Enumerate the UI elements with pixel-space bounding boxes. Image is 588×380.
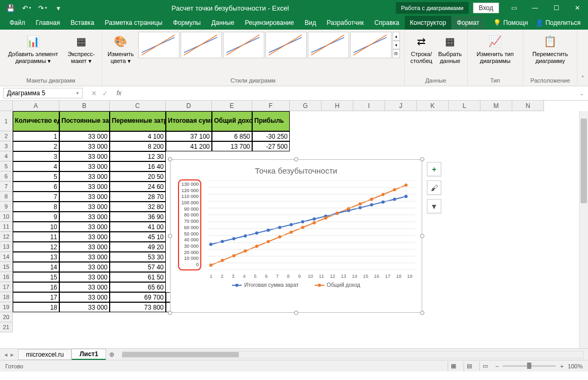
data-cell[interactable]: 33 000: [59, 302, 110, 312]
header-cell[interactable]: Количество ед. товара: [13, 111, 59, 131]
data-cell[interactable]: 10: [13, 222, 59, 232]
login-button[interactable]: Вход: [473, 3, 499, 13]
row-header[interactable]: 4: [0, 151, 13, 161]
page-layout-view-icon[interactable]: ▤: [464, 361, 475, 371]
sheet-tab-2[interactable]: Лист1: [72, 349, 106, 360]
data-cell[interactable]: 8: [13, 202, 59, 212]
chart-legend[interactable]: Итоговая сумма зарат Общий доход: [171, 279, 422, 288]
data-cell[interactable]: 15: [13, 272, 59, 282]
row-header[interactable]: 3: [0, 141, 13, 151]
data-cell[interactable]: 3: [13, 151, 59, 161]
chart-style-1[interactable]: [138, 32, 180, 58]
data-cell[interactable]: 73 800: [110, 302, 166, 312]
scroll-thumb[interactable]: [122, 352, 239, 357]
gallery-down-icon[interactable]: ▾: [393, 41, 400, 50]
data-cell[interactable]: 61 50: [110, 272, 166, 282]
data-cell[interactable]: 12: [13, 242, 59, 252]
add-chart-element-button[interactable]: 📊 Добавить элемент диаграммы ▾: [4, 32, 62, 66]
row-header[interactable]: 17: [0, 282, 13, 292]
minimize-icon[interactable]: ―: [524, 0, 546, 16]
fx-icon[interactable]: fx: [113, 89, 124, 97]
header-cell[interactable]: Постоянные затраты: [59, 111, 110, 131]
data-cell[interactable]: 13 700: [212, 141, 252, 151]
col-header[interactable]: E: [212, 101, 252, 111]
page-break-view-icon[interactable]: ▭: [479, 361, 491, 371]
data-cell[interactable]: 9: [13, 212, 59, 222]
col-header[interactable]: F: [252, 101, 290, 111]
tab-help[interactable]: Справка: [369, 16, 405, 30]
data-cell[interactable]: 28 70: [110, 192, 166, 202]
normal-view-icon[interactable]: ▦: [448, 361, 459, 371]
chart-style-3[interactable]: [223, 32, 264, 58]
zoom-out-icon[interactable]: −: [495, 363, 498, 369]
data-cell[interactable]: 20 50: [110, 171, 166, 182]
data-cell[interactable]: 69 700: [110, 292, 166, 302]
data-cell[interactable]: 4: [13, 161, 59, 171]
data-cell[interactable]: 45 10: [110, 232, 166, 242]
data-cell[interactable]: 24 60: [110, 182, 166, 192]
tab-developer[interactable]: Разработчик: [322, 16, 369, 30]
chart-style-2[interactable]: [181, 32, 222, 58]
save-icon[interactable]: 💾: [4, 2, 17, 14]
chart-elements-button[interactable]: +: [427, 162, 441, 176]
data-cell[interactable]: 33 000: [59, 252, 110, 262]
row-header[interactable]: 9: [0, 202, 13, 212]
zoom-slider[interactable]: [503, 365, 556, 367]
data-cell[interactable]: 33 000: [59, 171, 110, 182]
share-button[interactable]: 👤 Поделиться: [536, 19, 581, 26]
data-cell[interactable]: 16 40: [110, 161, 166, 171]
data-cell[interactable]: 12 30: [110, 151, 166, 161]
col-header[interactable]: A: [13, 101, 59, 111]
header-cell[interactable]: Итоговая сумма зарат: [166, 111, 212, 131]
move-chart-button[interactable]: 📋 Переместить диаграмму: [528, 32, 573, 66]
row-header[interactable]: 2: [0, 131, 13, 141]
chart-styles-button[interactable]: 🖌: [427, 180, 441, 195]
tab-insert[interactable]: Вставка: [65, 16, 100, 30]
tab-page-layout[interactable]: Разметка страницы: [100, 16, 168, 30]
confirm-formula-icon[interactable]: ✓: [102, 89, 108, 97]
tab-design[interactable]: Конструктор: [405, 16, 451, 30]
chart-style-4[interactable]: [265, 32, 307, 58]
scroll-thumb[interactable]: [581, 119, 587, 203]
embedded-chart[interactable]: Точка безубыточности 130 000120 000110 0…: [170, 159, 422, 313]
data-cell[interactable]: 32 80: [110, 202, 166, 212]
data-cell[interactable]: 33 000: [59, 282, 110, 292]
zoom-in-icon[interactable]: +: [560, 363, 563, 369]
col-header[interactable]: G: [290, 101, 322, 111]
close-icon[interactable]: ✕: [567, 0, 588, 16]
data-cell[interactable]: 2: [13, 141, 59, 151]
name-box[interactable]: Диаграмма 5: [3, 88, 83, 98]
data-cell[interactable]: 18: [13, 302, 59, 312]
maximize-icon[interactable]: ☐: [546, 0, 567, 16]
data-cell[interactable]: 57 40: [110, 262, 166, 272]
row-header[interactable]: 12: [0, 232, 13, 242]
gallery-more-icon[interactable]: ⊟: [393, 49, 400, 58]
row-header[interactable]: 16: [0, 272, 13, 282]
col-header[interactable]: I: [353, 101, 385, 111]
row-header[interactable]: 8: [0, 192, 13, 202]
data-cell[interactable]: 7: [13, 192, 59, 202]
col-header[interactable]: N: [512, 101, 544, 111]
chart-handle[interactable]: [420, 157, 424, 161]
header-cell[interactable]: Переменные затраты: [110, 111, 166, 131]
zoom-level[interactable]: 100%: [568, 363, 583, 369]
data-cell[interactable]: 49 20: [110, 242, 166, 252]
data-cell[interactable]: 33 000: [59, 292, 110, 302]
chart-plot-area[interactable]: [208, 180, 415, 270]
row-header[interactable]: 13: [0, 242, 13, 252]
data-cell[interactable]: 33 000: [59, 232, 110, 242]
gallery-up-icon[interactable]: ▴: [393, 32, 400, 41]
col-header[interactable]: H: [322, 101, 353, 111]
expand-formula-icon[interactable]: ⌄: [575, 91, 588, 96]
qa-customize-icon[interactable]: ▾: [52, 2, 65, 14]
vertical-scrollbar[interactable]: [579, 111, 588, 348]
data-cell[interactable]: 33 000: [59, 151, 110, 161]
data-cell[interactable]: 33 000: [59, 131, 110, 141]
row-header[interactable]: 21: [0, 322, 13, 332]
data-cell[interactable]: 14: [13, 262, 59, 272]
add-sheet-button[interactable]: ⊕: [106, 349, 118, 360]
row-header[interactable]: 5: [0, 161, 13, 171]
tab-home[interactable]: Главная: [31, 16, 66, 30]
switch-row-col-button[interactable]: ⇄ Строка/столбец: [409, 32, 434, 66]
sheet-tab-1[interactable]: microexcel.ru: [18, 349, 72, 360]
